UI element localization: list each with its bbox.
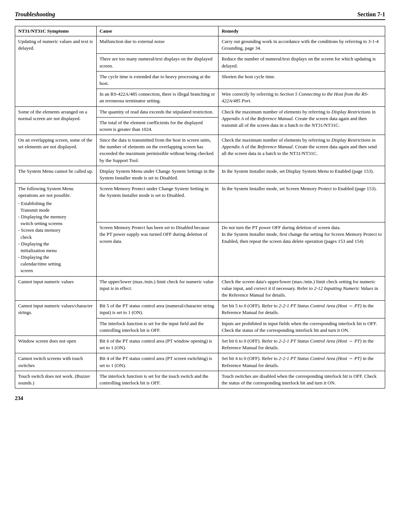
cause-cell: The upper/lower (max./min.) limit check … <box>96 276 219 301</box>
remedy-cell: In the System Installer mode, set Screen… <box>219 184 385 222</box>
col-header-cause: Cause <box>96 26 219 36</box>
symptom-cell: The System Menu cannot be called up. <box>15 166 97 183</box>
remedy-cell: Set bit 6 to 0 (OFF). Refer to 2-2-1 PT … <box>219 336 385 353</box>
col-header-symptom: NT31/NT31C Symptoms <box>15 26 97 36</box>
table-row: Some of the elements arranged on a norma… <box>15 106 385 117</box>
table-row: Cannot input numeric valuesThe upper/low… <box>15 276 385 301</box>
remedy-cell: Wire correctly by referring to Section 5… <box>219 89 385 106</box>
table-row: The following System Menu operations are… <box>15 184 385 222</box>
cause-cell: Screen Memory Protect under Change Syste… <box>96 184 219 222</box>
table-row: Touch switch does not work. (Buzzer soun… <box>15 371 385 388</box>
table-header-row: NT31/NT31C Symptoms Cause Remedy <box>15 26 385 36</box>
cause-cell: The total of the element coefficients fo… <box>96 117 219 135</box>
cause-cell: There are too many numeral/text displays… <box>96 54 219 71</box>
col-header-remedy: Remedy <box>219 26 385 36</box>
remedy-cell: Shorten the host cycle time. <box>219 71 385 89</box>
symptom-cell: Window screen does not open <box>15 336 97 353</box>
table-row: On an overlapping screen, some of the se… <box>15 135 385 166</box>
cause-cell: In an RS-422A/485 connection, there is i… <box>96 89 219 106</box>
page-number: 234 <box>15 395 385 402</box>
symptom-cell: The following System Menu operations are… <box>15 184 97 276</box>
remedy-cell: Check the maximum number of elements by … <box>219 106 385 135</box>
symptom-cell: Updating of numeric values and text is d… <box>15 36 97 107</box>
cause-cell: The interlock function is set for the to… <box>96 371 219 388</box>
remedy-cell: Check the screen data's upper/lower (max… <box>219 276 385 301</box>
remedy-cell: Carry out grounding work in accordance w… <box>219 36 385 54</box>
remedy-cell: In the System Installer mode, set Displa… <box>219 166 385 183</box>
symptom-cell: Cannot input numeric values <box>15 276 97 301</box>
page: Troubleshooting Section 7-1 NT31/NT31C S… <box>0 0 400 532</box>
remedy-cell: Inputs are prohibited in input fields wh… <box>219 318 385 336</box>
cause-cell: Malfunction due to external noise <box>96 36 219 54</box>
cause-cell: Bit 6 of the PT status control area (PT … <box>96 336 219 353</box>
cause-cell: Since the data is transmitted from the h… <box>96 135 219 166</box>
symptom-cell: Cannot input numeric values/character st… <box>15 301 97 336</box>
cause-cell: The cycle time is extended due to heavy … <box>96 71 219 89</box>
page-header: Troubleshooting Section 7-1 <box>15 11 385 20</box>
symptom-cell: Some of the elements arranged on a norma… <box>15 106 97 135</box>
cause-cell: Screen Memory Protect has been set to Di… <box>96 222 219 276</box>
table-row: Cannot switch screens with touch switche… <box>15 353 385 371</box>
cause-cell: Display System Menu under Change System … <box>96 166 219 183</box>
cause-cell: Bit 5 of the PT status control area (num… <box>96 301 219 318</box>
table-row: Window screen does not openBit 6 of the … <box>15 336 385 353</box>
remedy-cell: Reduce the number of numeral/text displa… <box>219 54 385 71</box>
symptom-cell: Cannot switch screens with touch switche… <box>15 353 97 371</box>
troubleshooting-table: NT31/NT31C Symptoms Cause Remedy Updatin… <box>15 26 385 389</box>
cause-cell: The interlock function is set for the in… <box>96 318 219 336</box>
remedy-cell: Touch switches are disabled when the cor… <box>219 371 385 388</box>
symptom-cell: Touch switch does not work. (Buzzer soun… <box>15 371 97 388</box>
cause-cell: Bit 4 of the PT status control area (PT … <box>96 353 219 371</box>
table-row: The System Menu cannot be called up.Disp… <box>15 166 385 183</box>
remedy-cell: Do not turn the PT power OFF during dele… <box>219 222 385 276</box>
table-row: Cannot input numeric values/character st… <box>15 301 385 318</box>
table-row: Updating of numeric values and text is d… <box>15 36 385 54</box>
remedy-cell: Set bit 4 to 0 (OFF). Refer to 2-2-1 PT … <box>219 353 385 371</box>
remedy-cell: Set bit 5 to 0 (OFF). Refer to 2-2-1 PT … <box>219 301 385 318</box>
header-title: Troubleshooting <box>15 11 55 18</box>
remedy-cell: Check the maximum number of elements by … <box>219 135 385 166</box>
symptom-cell: On an overlapping screen, some of the se… <box>15 135 97 166</box>
cause-cell: The quantity of read data exceeds the st… <box>96 106 219 117</box>
header-section: Section 7-1 <box>357 11 385 18</box>
